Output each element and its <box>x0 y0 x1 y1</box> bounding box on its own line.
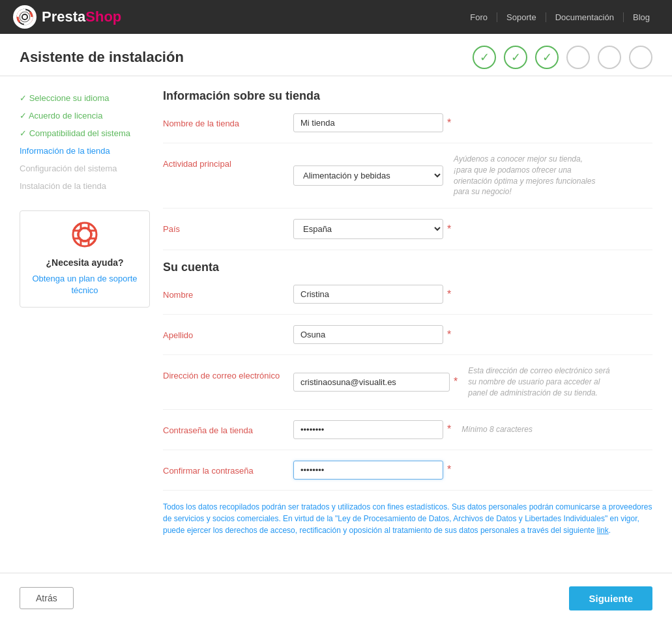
nav-documentacion[interactable]: Documentación <box>546 12 624 22</box>
sidebar-item-system-config: Configuración del sistema <box>20 160 150 177</box>
back-button[interactable]: Atrás <box>20 587 74 609</box>
svg-point-2 <box>23 15 27 19</box>
store-name-label: Nombre de la tienda <box>163 113 293 128</box>
form-group-first-name: Nombre * <box>163 285 652 315</box>
topnav: PrestaShop Foro Soporte Documentación Bl… <box>0 0 672 34</box>
password-input[interactable] <box>293 420 443 439</box>
account-section-title: Su cuenta <box>163 261 652 274</box>
activity-input-wrap: Alimentación y bebidas Arte y Cultura Be… <box>293 154 652 197</box>
email-hint: Esta dirección de correo electrónico ser… <box>468 366 611 398</box>
first-name-label: Nombre <box>163 285 293 300</box>
step-6 <box>629 46 652 69</box>
sidebar: Seleccione su idioma Acuerdo de licencia… <box>20 89 150 553</box>
country-required: * <box>447 223 451 235</box>
logo-text: PrestaShop <box>42 8 121 25</box>
step-3: ✓ <box>535 46 559 69</box>
last-name-input-wrap: * <box>293 325 652 344</box>
confirm-password-required: * <box>447 464 451 476</box>
store-name-input[interactable] <box>293 113 443 132</box>
store-name-required: * <box>447 117 451 129</box>
activity-label: Actividad principal <box>163 154 293 169</box>
email-input[interactable] <box>293 373 450 392</box>
form-group-last-name: Apellido * <box>163 325 652 355</box>
form-area: Información sobre su tienda Nombre de la… <box>163 89 652 553</box>
first-name-required: * <box>447 289 451 300</box>
sidebar-item-compatibility: Compatibilidad del sistema <box>20 124 150 142</box>
form-group-store-name: Nombre de la tienda * <box>163 113 652 143</box>
logo: PrestaShop <box>13 5 121 29</box>
password-hint: Mínimo 8 caracteres <box>461 425 533 434</box>
sidebar-item-language: Seleccione su idioma <box>20 89 150 107</box>
store-name-input-wrap: * <box>293 113 652 132</box>
password-required: * <box>447 423 451 435</box>
topnav-links: Foro Soporte Documentación Blog <box>461 12 659 22</box>
form-group-confirm-password: Confirmar la contraseña * <box>163 461 652 491</box>
activity-hint: Ayúdenos a conocer mejor su tienda, ¡par… <box>454 154 597 197</box>
step-2: ✓ <box>504 46 527 69</box>
activity-select[interactable]: Alimentación y bebidas Arte y Cultura Be… <box>293 165 443 186</box>
confirm-password-label: Confirmar la contraseña <box>163 461 293 476</box>
sidebar-item-installation: Instalación de la tienda <box>20 177 150 195</box>
next-button[interactable]: Siguiente <box>569 586 652 610</box>
sidebar-item-license: Acuerdo de licencia <box>20 107 150 124</box>
legal-link[interactable]: link <box>597 526 609 535</box>
help-title: ¿Necesita ayuda? <box>28 257 141 268</box>
step-1: ✓ <box>473 46 496 69</box>
first-name-input-wrap: * <box>293 285 652 304</box>
last-name-input[interactable] <box>293 325 443 344</box>
legal-text: Todos los datos recopilados podrán ser t… <box>163 501 652 543</box>
nav-foro[interactable]: Foro <box>461 12 497 22</box>
form-group-country: País España Francia Alemania Italia Port… <box>163 219 652 250</box>
nav-blog[interactable]: Blog <box>624 12 659 22</box>
last-name-required: * <box>447 329 451 341</box>
help-link[interactable]: Obtenga un plan de soporte técnico <box>32 274 137 295</box>
nav-soporte[interactable]: Soporte <box>497 12 546 22</box>
steps-indicator: ✓ ✓ ✓ <box>473 46 652 69</box>
email-label: Dirección de correo electrónico <box>163 366 293 380</box>
content-area: Seleccione su idioma Acuerdo de licencia… <box>0 76 672 566</box>
page-title: Asistente de instalación <box>20 49 184 66</box>
confirm-password-input-wrap: * <box>293 461 652 480</box>
footer-buttons: Atrás Siguiente <box>0 573 672 617</box>
email-required: * <box>454 376 458 388</box>
form-group-email: Dirección de correo electrónico * Esta d… <box>163 366 652 409</box>
sidebar-item-store-info: Información de la tienda <box>20 142 150 160</box>
country-label: País <box>163 219 293 234</box>
step-5 <box>598 46 621 69</box>
page-header: Asistente de instalación ✓ ✓ ✓ <box>0 34 672 76</box>
logo-icon <box>13 5 37 29</box>
first-name-input[interactable] <box>293 285 443 304</box>
password-input-wrap: * Mínimo 8 caracteres <box>293 420 652 439</box>
email-input-wrap: * Esta dirección de correo electrónico s… <box>293 366 652 398</box>
store-section-title: Información sobre su tienda <box>163 89 652 103</box>
confirm-password-input[interactable] <box>293 461 443 480</box>
main-wrapper: Asistente de instalación ✓ ✓ ✓ Seleccion… <box>0 34 672 617</box>
country-select[interactable]: España Francia Alemania Italia Portugal … <box>293 219 443 239</box>
help-icon <box>28 222 141 252</box>
form-group-password: Contraseña de la tienda * Mínimo 8 carac… <box>163 420 652 450</box>
step-4 <box>566 46 590 69</box>
form-group-activity: Actividad principal Alimentación y bebid… <box>163 154 652 208</box>
help-box: ¿Necesita ayuda? Obtenga un plan de sopo… <box>20 210 150 308</box>
last-name-label: Apellido <box>163 325 293 340</box>
password-label: Contraseña de la tienda <box>163 420 293 435</box>
country-input-wrap: España Francia Alemania Italia Portugal … <box>293 219 652 239</box>
